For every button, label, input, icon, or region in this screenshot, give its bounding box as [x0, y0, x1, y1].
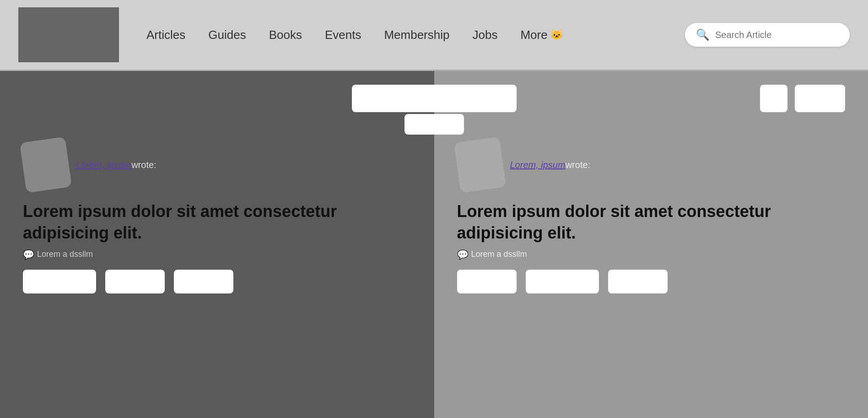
right-tag-btn-1[interactable]: [457, 270, 517, 293]
right-title-text: Lorem ipsum dolor sit amet consectetur a…: [457, 201, 846, 244]
nav-membership[interactable]: Membership: [384, 28, 449, 42]
left-title-text: Lorem ipsum dolor sit amet consectetur a…: [23, 201, 411, 244]
nav-articles[interactable]: Articles: [146, 28, 185, 42]
left-wrote-text: wrote:: [131, 160, 156, 170]
left-article-tags: [23, 270, 411, 293]
right-author-info: Lorem, ipsumwrote:: [510, 160, 591, 170]
right-article-card: Lorem, ipsumwrote: Lorem ipsum dolor sit…: [457, 140, 846, 293]
left-author-info: Lorem, ipsumwrote:: [76, 160, 156, 170]
view-toggle-button-1[interactable]: [760, 85, 787, 112]
top-right-buttons: [760, 85, 845, 112]
right-comment-icon: 💬: [457, 249, 469, 261]
nav-events[interactable]: Events: [325, 28, 361, 42]
search-box: 🔍: [685, 23, 850, 47]
search-input[interactable]: [715, 30, 839, 40]
left-tag-btn-2[interactable]: [105, 270, 165, 293]
right-article-title: Lorem ipsum dolor sit amet consectetur a…: [457, 201, 846, 261]
more-label: More: [520, 28, 547, 42]
left-comment-icon: 💬: [23, 249, 34, 261]
right-article-tags: [457, 270, 846, 293]
right-avatar: [453, 137, 506, 193]
nav-guides[interactable]: Guides: [208, 28, 246, 42]
search-icon: 🔍: [696, 28, 710, 41]
header: Articles Guides Books Events Membership …: [0, 0, 868, 71]
nav-jobs[interactable]: Jobs: [472, 28, 497, 42]
right-tag-btn-2[interactable]: [526, 270, 599, 293]
left-tag-btn-1[interactable]: [23, 270, 96, 293]
left-tag-btn-3[interactable]: [174, 270, 233, 293]
right-avatar-area: Lorem, ipsumwrote:: [457, 140, 846, 190]
logo: [18, 7, 119, 62]
left-avatar-area: Lorem, ipsumwrote:: [23, 140, 411, 190]
right-author-link[interactable]: Lorem, ipsum: [510, 160, 566, 170]
filter-sub-input[interactable]: [404, 114, 464, 135]
left-comment-badge: 💬 Lorem a dssllm: [23, 249, 93, 261]
left-article-card: Lorem, ipsumwrote: Lorem ipsum dolor sit…: [23, 140, 411, 293]
left-author-link[interactable]: Lorem, ipsum: [76, 160, 131, 170]
right-wrote-text: wrote:: [566, 160, 590, 170]
left-comment-text: Lorem a dssllm: [37, 249, 93, 260]
main-content: Lorem, ipsumwrote: Lorem ipsum dolor sit…: [0, 71, 868, 418]
filter-main-input[interactable]: [352, 85, 517, 112]
filter-bar: [352, 85, 517, 135]
main-nav: Articles Guides Books Events Membership …: [146, 28, 685, 42]
nav-books[interactable]: Books: [269, 28, 302, 42]
right-tag-btn-3[interactable]: [608, 270, 668, 293]
nav-more[interactable]: More 🐱: [520, 28, 562, 42]
right-comment-badge: 💬 Lorem a dssllm: [457, 249, 527, 261]
more-icon: 🐱: [550, 29, 563, 41]
right-comment-text: Lorem a dssllm: [471, 249, 527, 260]
view-toggle-button-2[interactable]: [795, 85, 845, 112]
left-article-title: Lorem ipsum dolor sit amet consectetur a…: [23, 201, 411, 261]
left-avatar: [20, 137, 72, 193]
